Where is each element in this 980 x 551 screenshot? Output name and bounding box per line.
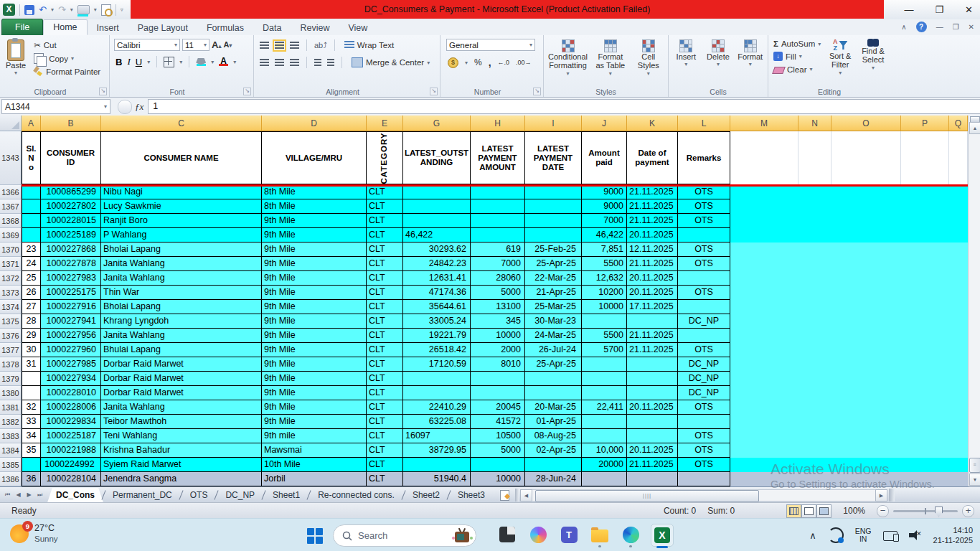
filled-region-1369[interactable] — [730, 228, 968, 242]
cell-rem-1369[interactable] — [678, 228, 730, 242]
cell-village-1371[interactable]: 9th Mile — [262, 257, 367, 271]
cell-rem-1382[interactable] — [678, 415, 730, 429]
cell-pdate-1383[interactable]: 08-Aug-25 — [525, 429, 582, 443]
cell-pdate2-1370[interactable]: 12.11.2025 — [627, 242, 678, 257]
cell-pamt-1367[interactable] — [471, 199, 525, 214]
filled-region-1383[interactable] — [730, 429, 968, 443]
zoom-level[interactable]: 100% — [843, 506, 865, 516]
insert-function-icon[interactable]: ƒx — [135, 101, 143, 113]
cell-pamt-1377[interactable]: 2000 — [471, 343, 525, 357]
cell-out-1386[interactable]: 51940.4 — [403, 472, 471, 486]
merge-center-button[interactable]: Merge & Center▾ — [349, 57, 432, 68]
cell-out-1371[interactable]: 24842.23 — [403, 257, 471, 271]
cell-rem-1366[interactable]: OTS — [678, 185, 730, 199]
ribbon-tab-page-layout[interactable]: Page Layout — [128, 21, 197, 35]
cell-pamt-1374[interactable]: 13100 — [471, 300, 525, 314]
cell-sl-1377[interactable]: 30 — [22, 343, 41, 357]
row-header-1370[interactable]: 1370 — [0, 242, 22, 257]
cell-paid-1381[interactable]: 22,411 — [582, 400, 627, 415]
cell-village-1369[interactable]: 9th Mile — [262, 228, 367, 242]
cell-pdate2-1371[interactable]: 21.11.2025 — [627, 257, 678, 271]
name-box-dropdown-icon[interactable]: ▾ — [104, 103, 107, 110]
ribbon-tab-formulas[interactable]: Formulas — [197, 21, 253, 35]
cell-pdate2-1373[interactable]: 20.11.2025 — [627, 286, 678, 300]
sheet-tab-sheet2[interactable]: Sheet2 — [404, 488, 448, 503]
cell-cat-1384[interactable]: CLT — [367, 443, 403, 458]
increase-indent-icon[interactable] — [327, 59, 334, 67]
cell-pamt-1371[interactable]: 7000 — [471, 257, 525, 271]
number-dialog-launcher-icon[interactable]: ↘ — [533, 88, 541, 95]
help-icon[interactable]: ? — [916, 22, 927, 32]
insert-worksheet-button[interactable] — [498, 489, 514, 501]
header-cell-pdate[interactable]: LATEST PAYMENT DATE — [525, 131, 582, 185]
cell-pdate-1385[interactable] — [525, 458, 582, 472]
row-header-1368[interactable]: 1368 — [0, 214, 22, 228]
font-color-button[interactable]: A — [219, 57, 228, 66]
row-header-1386[interactable]: 1386 — [0, 472, 22, 486]
cell-pamt-1366[interactable] — [471, 185, 525, 199]
cell-rem-1384[interactable]: OTS — [678, 443, 730, 458]
cell-id-1369[interactable]: 1000225189 — [41, 228, 101, 242]
cell-sl-1385[interactable] — [22, 458, 41, 472]
cell-sl-1371[interactable]: 24 — [22, 257, 41, 271]
close-icon[interactable]: ✕ — [965, 4, 973, 15]
cell-id-1374[interactable]: 1000227916 — [41, 300, 101, 314]
accounting-format-icon[interactable]: $ — [448, 57, 458, 68]
language-indicator[interactable]: ENGIN — [855, 527, 872, 543]
borders-icon[interactable] — [164, 57, 174, 67]
cell-pamt-1378[interactable]: 8010 — [471, 357, 525, 372]
bold-button[interactable]: B — [116, 57, 122, 67]
cell-pdate-1368[interactable] — [525, 214, 582, 228]
last-sheet-icon[interactable]: ⏭ — [35, 491, 44, 499]
cell-village-1386[interactable]: Jorbil — [262, 472, 367, 486]
cell-village-1374[interactable]: 9th Mile — [262, 300, 367, 314]
cell-pdate2-1367[interactable]: 21.11.2025 — [627, 199, 678, 214]
ribbon-tab-file[interactable]: File — [1, 19, 43, 35]
column-header-K[interactable]: K — [627, 116, 678, 131]
cell-paid-1370[interactable]: 7,851 — [582, 242, 627, 257]
sheet-tab-sheet3[interactable]: Sheet3 — [449, 488, 494, 503]
ribbon-tab-view[interactable]: View — [339, 21, 377, 35]
header-cell-empty-N[interactable] — [798, 131, 831, 185]
select-all-corner[interactable] — [0, 116, 22, 131]
cell-id-1372[interactable]: 1000227983 — [41, 271, 101, 286]
header-cell-empty-P[interactable] — [901, 131, 949, 185]
column-header-N[interactable]: N — [798, 116, 831, 131]
redo-dropdown-icon[interactable]: ▾ — [70, 6, 73, 13]
cell-sl-1369[interactable] — [22, 228, 41, 242]
column-header-O[interactable]: O — [831, 116, 901, 131]
cell-cat-1368[interactable]: CLT — [367, 214, 403, 228]
cell-sl-1384[interactable]: 35 — [22, 443, 41, 458]
page-break-view-button[interactable] — [816, 504, 831, 518]
shrink-font-button[interactable]: A▾ — [223, 40, 232, 50]
cell-id-1366[interactable]: 1000865299 — [41, 185, 101, 199]
cell-village-1373[interactable]: 9th Mile — [262, 286, 367, 300]
cell-sl-1366[interactable] — [22, 185, 41, 199]
cell-pdate2-1375[interactable] — [627, 314, 678, 329]
column-header-E[interactable]: E — [367, 116, 403, 131]
cell-id-1381[interactable]: 1000228006 — [41, 400, 101, 415]
formula-options-icon[interactable] — [118, 100, 132, 114]
filled-region-1370[interactable] — [730, 242, 968, 257]
cell-pamt-1368[interactable] — [471, 214, 525, 228]
cell-out-1366[interactable] — [403, 185, 471, 199]
cell-pdate2-1386[interactable] — [627, 472, 678, 486]
fill-button[interactable]: ↓Fill▾ — [771, 51, 823, 62]
decrease-indent-icon[interactable] — [314, 59, 321, 67]
cell-styles-button[interactable]: Cell Styles▾ — [631, 38, 666, 80]
cast-display-icon[interactable] — [883, 531, 897, 541]
cell-id-1379[interactable]: 1000227934 — [41, 372, 101, 386]
cell-pamt-1372[interactable]: 28060 — [471, 271, 525, 286]
middle-align-icon[interactable] — [275, 42, 284, 50]
cell-village-1384[interactable]: Mawsmai — [262, 443, 367, 458]
font-size-select[interactable]: 11▾ — [182, 39, 209, 51]
cell-rem-1379[interactable]: DC_NP — [678, 372, 730, 386]
cell-pdate-1375[interactable]: 30-Mar-23 — [525, 314, 582, 329]
format-painter-button[interactable]: Format Painter — [32, 66, 103, 77]
weather-widget[interactable]: 9 27°CSunny — [10, 523, 58, 545]
cell-name-1381[interactable]: Janita Wahlang — [101, 400, 262, 415]
cell-name-1366[interactable]: Nibu Nagi — [101, 185, 262, 199]
cell-rem-1380[interactable]: DC_NP — [678, 386, 730, 400]
cell-id-1373[interactable]: 1000225175 — [41, 286, 101, 300]
cell-name-1384[interactable]: Krishna Bahadur — [101, 443, 262, 458]
